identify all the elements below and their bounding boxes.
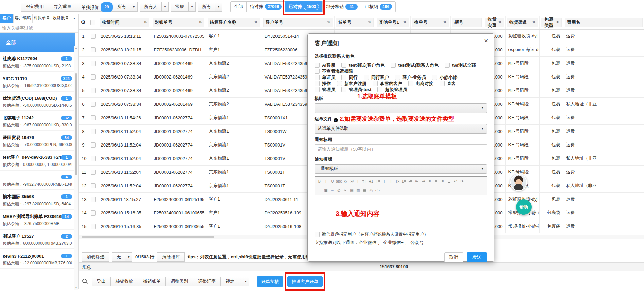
column-header-费用名[interactable]: 费用名 <box>565 18 643 27</box>
role-checkbox[interactable] <box>445 63 450 68</box>
customer-item[interactable]: test客户_dev-dev-16383 F240...1预估余额：0.0000… <box>0 151 75 171</box>
wechat-group-checkbox[interactable] <box>315 232 320 237</box>
customer-item[interactable]: 测试客户 135272预估余额：600.00000000RMB,2703.000… <box>0 230 75 249</box>
role-checkbox[interactable] <box>341 75 346 80</box>
send-button[interactable]: 发送 <box>467 252 487 262</box>
editor-link-icon[interactable]: ∞ <box>329 188 335 192</box>
sort-icon[interactable]: ⇅ <box>327 20 330 24</box>
notice-title-input[interactable] <box>315 144 487 153</box>
single-quote-button[interactable]: 单独报价29 <box>76 2 118 12</box>
editor-align-left-icon[interactable]: ≡ <box>427 179 432 183</box>
close-icon[interactable]: ✕ <box>484 38 488 44</box>
role-checkbox[interactable] <box>377 87 382 92</box>
customer-item[interactable]: 优速货运(COD) 1688(COD)1预估余额：-50.00000000USD… <box>0 92 75 111</box>
editor-highlight-color-icon[interactable]: T <box>388 179 394 183</box>
sort-icon[interactable]: ⇅ <box>368 20 371 24</box>
row-checkbox[interactable] <box>91 34 96 39</box>
role-checkbox[interactable] <box>408 81 413 86</box>
top-filter-dropdown-3[interactable]: 所有▾ <box>198 2 222 12</box>
editor-horizontal-rule-icon[interactable]: ― <box>317 188 322 192</box>
editor-paste-icon[interactable]: ▥ <box>355 188 361 193</box>
editor-superscript-icon[interactable]: x² <box>349 179 355 183</box>
column-header-包裹类型[interactable]: 包裹类型❖ <box>541 18 562 27</box>
row-checkbox[interactable] <box>91 142 96 148</box>
column-header-换单号[interactable]: 换单号⇅ <box>412 18 449 27</box>
role-checkbox[interactable] <box>315 81 320 86</box>
role-checkbox[interactable] <box>395 75 400 80</box>
status-tab-已核销[interactable]: 已核销496 <box>361 1 396 12</box>
editor-outdent-icon[interactable]: ⇤ <box>414 179 419 184</box>
row-checkbox[interactable] <box>91 47 96 52</box>
editor-text-color-icon[interactable]: T <box>381 179 387 183</box>
column-header-对账单号[interactable]: 对账单号⇅ <box>153 18 204 27</box>
scroll-up-icon[interactable]: ▲ <box>74 46 78 50</box>
role-checkbox[interactable] <box>315 75 320 80</box>
row-checkbox[interactable] <box>91 61 96 66</box>
editor-undo-icon[interactable]: ↶ <box>452 179 458 184</box>
role-checkbox[interactable] <box>315 69 320 74</box>
editor-ordered-list-icon[interactable]: 1≡ <box>401 179 407 183</box>
notice-template-select[interactable]: --通知模版--▾ <box>315 164 487 174</box>
row-checkbox[interactable] <box>91 183 96 188</box>
column-header-客户单号[interactable]: 客户单号⇅ <box>263 18 333 27</box>
row-checkbox[interactable] <box>91 88 96 93</box>
role-checkbox[interactable] <box>337 81 342 86</box>
filter-icon[interactable]: ❖ <box>556 20 559 24</box>
scrollbar-thumb[interactable] <box>82 236 214 238</box>
cancel-button[interactable]: 取消 <box>444 252 463 262</box>
customer-item[interactable]: 北骐电子 1124232预估余额：-967.00000000HKD,-330.0… <box>0 111 75 131</box>
clear-sort-button[interactable]: 清除排序 <box>157 252 185 262</box>
editor-source-code-icon[interactable]: <> <box>375 188 380 192</box>
row-checkbox[interactable] <box>91 129 96 134</box>
editor-font-family-icon[interactable]: тT- <box>362 179 368 183</box>
sort-icon[interactable]: ⇅ <box>532 20 535 24</box>
top-filter-dropdown-2[interactable]: 常规▾ <box>171 2 196 12</box>
row-checkbox[interactable] <box>91 74 96 80</box>
editor-paste-text-icon[interactable]: ▦ <box>362 188 368 193</box>
bottom-button-锁定[interactable]: 锁定 <box>220 277 239 286</box>
customer-service-avatar[interactable] <box>510 174 527 191</box>
status-tab-全部[interactable]: 全部 <box>230 1 247 12</box>
editor-indent-icon[interactable]: ⇥ <box>420 179 426 184</box>
sidebar-search-input[interactable] <box>0 23 78 33</box>
sidebar-tab-收货批号[interactable]: 收货批号 <box>51 14 70 23</box>
register-fee-button[interactable]: 登记费用 <box>21 2 49 12</box>
role-checkbox[interactable] <box>391 63 396 68</box>
customer-item[interactable]: 爱田贸易 1947684预估余额：-70.00000000PLN,-6600.0… <box>0 131 75 151</box>
editor-align-right-icon[interactable]: ≡ <box>440 179 445 183</box>
bottom-button-调整汇率[interactable]: 调整汇率 <box>193 277 221 286</box>
editor-cut-icon[interactable]: ✂ <box>342 188 348 193</box>
top-filter-dropdown-1[interactable]: 所有人▾ <box>140 2 169 12</box>
bottom-button-核销收款[interactable]: 核销收款 <box>110 277 138 286</box>
editor-heading-icon[interactable]: H1- <box>369 179 375 183</box>
customer-item[interactable]: 莊惠蓉 K11776041预估余额：-375.00000000USD,-2198… <box>0 52 75 72</box>
editor-print-icon[interactable]: ⎙ <box>368 188 374 193</box>
customer-item[interactable]: YIGG 11319324预估余额：-16592.31000000USD,0.0… <box>0 72 75 92</box>
sidebar-vertical-scrollbar[interactable]: ▲ ▼ <box>74 46 78 290</box>
editor-strikethrough-icon[interactable]: abc <box>336 179 342 183</box>
editor-italic-icon[interactable]: I <box>323 179 329 183</box>
editor-remove-format-icon[interactable]: Tx <box>394 179 400 183</box>
status-tab-待对账[interactable]: 待对账27066 <box>246 1 285 12</box>
push-customer-bill-button[interactable]: 推送客户账单 <box>287 276 323 287</box>
top-filter-dropdown-0[interactable]: 所有▾ <box>113 2 138 12</box>
editor-unlink-icon[interactable]: ∅ <box>336 188 342 193</box>
help-button[interactable]: 帮助 <box>516 199 532 215</box>
sort-icon[interactable]: ⇅ <box>403 20 406 24</box>
column-header-收货时间[interactable]: 收货时间⇅ <box>100 18 149 27</box>
role-checkbox[interactable] <box>432 75 437 80</box>
sidebar-tab-客户编码[interactable]: 客户编码 <box>14 14 33 23</box>
role-checkbox[interactable] <box>315 63 320 68</box>
row-checkbox[interactable] <box>91 102 96 107</box>
editor-font-size-icon[interactable]: T- <box>356 179 361 183</box>
search-icon[interactable] <box>82 278 88 285</box>
editor-redo-icon[interactable]: ↷ <box>459 179 465 184</box>
sort-icon[interactable]: ⇅ <box>443 20 446 24</box>
row-checkbox[interactable] <box>91 210 96 216</box>
editor-image-icon[interactable]: ▣ <box>323 188 329 193</box>
role-checkbox[interactable] <box>373 81 378 86</box>
column-header-柜号[interactable]: 柜号 <box>452 18 482 27</box>
role-checkbox[interactable] <box>440 81 445 86</box>
editor-bold-icon[interactable]: B <box>317 179 322 183</box>
bill-template-select[interactable]: ▾ <box>315 103 487 113</box>
